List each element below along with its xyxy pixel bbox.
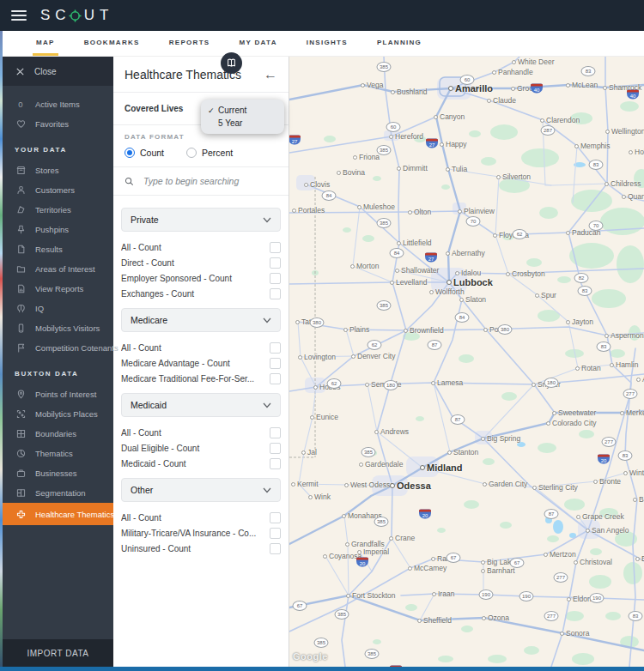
thematic-option-row[interactable]: Military-Tricare/VA Insurance - Co... xyxy=(121,525,281,541)
thematic-checkbox[interactable] xyxy=(270,257,281,269)
map-canvas[interactable]: White DeerPanhandleVegaBushlandAmarilloG… xyxy=(289,57,644,667)
hamburger-menu-icon[interactable] xyxy=(11,10,27,21)
places-icon xyxy=(15,408,27,420)
group-header-private[interactable]: Private xyxy=(121,208,281,232)
sidebar-item-label: Territories xyxy=(35,205,71,215)
thematic-option-row[interactable]: All - Count xyxy=(121,510,281,525)
tab-planning[interactable]: PLANNING xyxy=(374,31,425,56)
sidebar-item-view-reports[interactable]: View Reports xyxy=(3,279,113,299)
import-data-button[interactable]: IMPORT DATA xyxy=(3,639,113,667)
sidebar-item-customers[interactable]: Customers xyxy=(3,180,113,200)
group-header-other[interactable]: Other xyxy=(121,478,281,502)
sidebar-item-points-of-interest[interactable]: Points of Interest xyxy=(3,384,113,404)
thematic-option-label: Medicare Advantage - Count xyxy=(121,359,264,368)
sidebar-item-pushpins[interactable]: Pushpins xyxy=(3,220,113,239)
store-icon xyxy=(15,165,27,176)
thematic-checkbox[interactable] xyxy=(270,458,281,469)
close-sidebar-button[interactable]: Close xyxy=(3,57,113,86)
thematic-checkbox[interactable] xyxy=(270,512,281,523)
thematic-option-row[interactable]: All - Count xyxy=(121,239,281,255)
active-items-count: 0 xyxy=(18,100,22,109)
sidebar-item-label: Mobilytics Visitors xyxy=(35,323,100,333)
radio-count[interactable]: Count xyxy=(125,148,164,158)
pie-icon xyxy=(15,448,27,459)
radio-label: Count xyxy=(140,148,164,158)
thematic-option-label: All - Count xyxy=(121,243,264,252)
thematic-option-row[interactable]: Medicare Traditional Fee-For-Ser... xyxy=(121,371,281,386)
thematic-option-row[interactable]: All - Count xyxy=(121,340,281,355)
tab-bookmarks[interactable]: BOOKMARKS xyxy=(81,31,143,56)
thematic-checkbox[interactable] xyxy=(270,373,281,384)
sidebar-item-thematics[interactable]: Thematics xyxy=(3,444,113,463)
thematic-checkbox[interactable] xyxy=(270,443,281,454)
case-icon xyxy=(15,468,27,479)
map-book-bubble[interactable] xyxy=(221,52,242,74)
sidebar-item-mobilytics-places[interactable]: Mobilytics Places xyxy=(3,404,113,424)
sidebar-section-title: YOUR DATA xyxy=(15,146,113,154)
chevron-down-icon xyxy=(263,487,271,493)
thematic-checkbox[interactable] xyxy=(270,273,281,284)
thematic-checkbox[interactable] xyxy=(270,528,281,539)
radio-label: Percent xyxy=(202,148,233,158)
menu-item-5-year[interactable]: 5 Year xyxy=(201,117,284,130)
back-arrow-button[interactable]: ← xyxy=(264,68,277,82)
sidebar-item-healthcare-thematics[interactable]: Healthcare Thematics xyxy=(3,503,113,525)
sidebar-item-label: Customers xyxy=(35,185,75,195)
check-icon: ✓ xyxy=(208,106,218,115)
flag-icon xyxy=(15,342,27,354)
top-header: SCUT xyxy=(0,0,644,31)
sidebar-item-iq[interactable]: IQ xyxy=(3,299,113,318)
thematic-checkbox[interactable] xyxy=(270,242,281,253)
thematic-option-label: All - Count xyxy=(121,343,264,353)
menu-item-label: 5 Year xyxy=(218,118,242,128)
radio-dot xyxy=(125,148,135,158)
tab-my-data[interactable]: MY DATA xyxy=(236,31,281,56)
group-header-medicare[interactable]: Medicare xyxy=(121,308,281,332)
thematic-option-row[interactable]: Employer Sponsored - Count xyxy=(121,270,281,286)
sidebar-item-active-items[interactable]: 0Active Items xyxy=(3,94,113,114)
panel-title-row: Healthcare Thematics ← xyxy=(113,57,289,93)
thematic-option-label: All - Count xyxy=(121,428,264,438)
report-icon xyxy=(15,283,27,294)
sidebar-item-label: Areas of Interest xyxy=(35,264,95,274)
thematic-option-label: Uninsured - Count xyxy=(121,544,264,553)
thematic-option-row[interactable]: Direct - Count xyxy=(121,255,281,270)
cross-icon xyxy=(15,509,27,520)
sidebar-item-mobilytics-visitors[interactable]: Mobilytics Visitors xyxy=(3,318,113,338)
thematic-checkbox[interactable] xyxy=(270,358,281,369)
radio-percent[interactable]: Percent xyxy=(186,148,233,158)
thematic-option-row[interactable]: Exchanges - Count xyxy=(121,286,281,301)
sidebar-item-segmentation[interactable]: Segmentation xyxy=(3,483,113,503)
sidebar-item-label: IQ xyxy=(35,304,44,313)
tab-insights[interactable]: INSIGHTS xyxy=(303,31,351,56)
thematic-option-row[interactable]: All - Count xyxy=(121,425,281,440)
thematic-option-row[interactable]: Dual Eligible - Count xyxy=(121,440,281,456)
segment-icon xyxy=(15,487,27,499)
sidebar-item-areas-of-interest[interactable]: Areas of Interest xyxy=(3,259,113,279)
sidebar-item-label: Mobilytics Places xyxy=(35,409,98,419)
thematic-checkbox[interactable] xyxy=(270,288,281,299)
tab-map[interactable]: MAP xyxy=(33,31,58,56)
thematic-checkbox[interactable] xyxy=(270,427,281,438)
menu-item-current[interactable]: ✓Current xyxy=(201,104,284,117)
sidebar-item-stores[interactable]: Stores xyxy=(3,160,113,180)
thematic-checkbox[interactable] xyxy=(270,342,281,354)
thematic-option-row[interactable]: Medicare Advantage - Count xyxy=(121,355,281,371)
thematic-groups: PrivateAll - CountDirect - CountEmployer… xyxy=(113,196,289,561)
sidebar-item-territories[interactable]: Territories xyxy=(3,200,113,220)
sidebar-item-boundaries[interactable]: Boundaries xyxy=(3,424,113,444)
chevron-down-icon xyxy=(263,402,271,408)
chevron-down-icon xyxy=(263,217,271,223)
sidebar-item-results[interactable]: Results xyxy=(3,239,113,259)
group-header-medicaid[interactable]: Medicaid xyxy=(121,393,281,417)
group-title: Medicaid xyxy=(131,400,263,410)
sidebar-item-favorites[interactable]: Favorites xyxy=(3,114,113,134)
phone-icon xyxy=(15,323,27,334)
search-input[interactable] xyxy=(142,175,277,187)
sidebar-item-businesses[interactable]: Businesses xyxy=(3,463,113,483)
sidebar-item-competition-cotenants[interactable]: Competition Cotenants xyxy=(3,338,113,358)
tab-reports[interactable]: REPORTS xyxy=(166,31,214,56)
thematic-option-row[interactable]: Uninsured - Count xyxy=(121,541,281,556)
thematic-checkbox[interactable] xyxy=(270,543,281,554)
thematic-option-row[interactable]: Medicaid - Count xyxy=(121,456,281,471)
